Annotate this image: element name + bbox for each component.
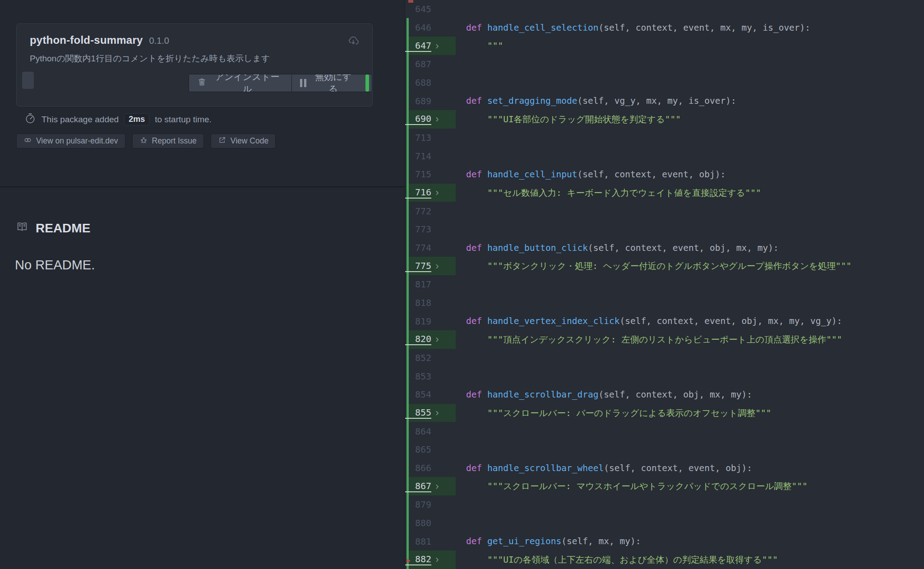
line-number[interactable]: 689 — [405, 96, 431, 106]
line-number[interactable]: 646 — [405, 22, 431, 33]
code-line-text[interactable]: """スクロールバー: マウスホイールやトラックパッドでのスクロール調整""" — [405, 480, 808, 492]
line-number[interactable]: 713 — [405, 132, 431, 143]
code-line-text[interactable]: """セル数値入力: キーボード入力でウェイト値を直接設定する""" — [405, 187, 761, 199]
line-number[interactable]: 819 — [405, 316, 431, 327]
pause-icon — [300, 79, 306, 87]
line-number[interactable]: 855 — [405, 407, 431, 419]
startup-text-suffix: to startup time. — [155, 115, 212, 125]
gutter-cell: 855› — [405, 407, 445, 419]
package-card: python-fold-summary 0.1.0 Pythonの関数内1行目の… — [16, 23, 373, 106]
gutter-cell: 882› — [405, 554, 445, 565]
line-number[interactable]: 817 — [405, 279, 431, 290]
gutter-cell: 713› — [405, 132, 445, 143]
line-number[interactable]: 879 — [405, 499, 431, 510]
gutter-cell: 690› — [405, 113, 445, 125]
code-line-text[interactable]: def set_dragging_mode(self, vg_y, mx, my… — [405, 96, 736, 106]
fold-chevron-icon[interactable]: › — [431, 115, 443, 124]
fold-chevron-icon[interactable]: › — [431, 42, 443, 51]
editor-line-866: 866› def handle_scrollbar_wheel(self, co… — [405, 459, 924, 477]
code-line-text[interactable]: """スクロールバー: バーのドラッグによる表示のオフセット調整""" — [405, 407, 771, 419]
code-editor-pane[interactable]: 645›646› def handle_cell_selection(self,… — [405, 0, 924, 569]
code-line-text[interactable]: def handle_vertex_index_click(self, cont… — [405, 316, 842, 326]
editor-line-772: 772› — [405, 202, 924, 220]
code-line-text[interactable]: """UIの各領域（上下左右の端、および全体）の判定結果を取得する""" — [405, 554, 778, 566]
code-line-text[interactable]: """ボタンクリック・処理: ヘッダー付近のトグルボタンやグループ操作ボタンを処… — [405, 260, 851, 272]
gutter-cell: 689› — [405, 96, 445, 106]
line-number[interactable]: 775 — [405, 260, 431, 272]
view-code-button[interactable]: View Code — [211, 134, 276, 148]
gutter-cell: 819› — [405, 316, 445, 327]
line-number[interactable]: 818 — [405, 297, 431, 308]
editor-line-819: 819› def handle_vertex_index_click(self,… — [405, 312, 924, 330]
line-number[interactable]: 865 — [405, 444, 431, 455]
line-number[interactable]: 882 — [405, 554, 431, 565]
line-number[interactable]: 864 — [405, 426, 431, 437]
line-number[interactable]: 866 — [405, 463, 431, 473]
line-number[interactable]: 852 — [405, 352, 431, 363]
line-number[interactable]: 688 — [405, 77, 431, 88]
stopwatch-icon — [24, 112, 36, 126]
line-number[interactable]: 881 — [405, 536, 431, 547]
gutter-cell: 687› — [405, 59, 445, 69]
line-number[interactable]: 854 — [405, 389, 431, 400]
gutter-cell: 881› — [405, 536, 445, 547]
bug-icon — [139, 136, 148, 147]
editor-line-818: 818› — [405, 294, 924, 312]
fold-chevron-icon[interactable]: › — [431, 335, 443, 344]
line-number[interactable]: 867 — [405, 481, 431, 492]
view-on-pulsar-label: View on pulsar-edit.dev — [36, 136, 118, 146]
line-number[interactable]: 853 — [405, 371, 431, 382]
gutter-cell: 880› — [405, 518, 445, 528]
fold-chevron-icon[interactable]: › — [431, 555, 443, 564]
gutter-cell: 688› — [405, 77, 445, 88]
code-line-text[interactable]: """頂点インデックスクリック: 左側のリストからビューポート上の頂点選択を操作… — [405, 333, 842, 346]
gutter-cell: 645› — [405, 4, 445, 14]
editor-line-867: 867› """スクロールバー: マウスホイールやトラックパッドでのスクロール調… — [405, 477, 924, 495]
uninstall-label: アンインストール — [211, 74, 283, 92]
fold-chevron-icon[interactable]: › — [431, 482, 443, 491]
disable-button[interactable]: 無効にする — [291, 74, 372, 92]
editor-line-852: 852› — [405, 349, 924, 367]
fold-chevron-icon[interactable]: › — [431, 188, 443, 197]
code-line-text[interactable]: def handle_scrollbar_wheel(self, context… — [405, 463, 752, 473]
line-number[interactable]: 774 — [405, 242, 431, 253]
editor-line-855: 855› """スクロールバー: バーのドラッグによる表示のオフセット調整""" — [405, 404, 924, 422]
editor-line-716: 716› """セル数値入力: キーボード入力でウェイト値を直接設定する""" — [405, 184, 924, 202]
gutter-cell: 817› — [405, 279, 445, 290]
code-line-text[interactable]: def handle_scrollbar_drag(self, context,… — [405, 389, 752, 400]
code-line-text[interactable]: """UI各部位のドラッグ開始状態を判定する""" — [405, 113, 681, 125]
editor-line-854: 854› def handle_scrollbar_drag(self, con… — [405, 385, 924, 404]
code-line-text[interactable]: def handle_cell_input(self, context, eve… — [405, 169, 725, 180]
line-number[interactable]: 714 — [405, 151, 431, 162]
editor-line-774: 774› def handle_button_click(self, conte… — [405, 239, 924, 257]
link-icon — [23, 136, 32, 147]
line-number[interactable]: 645 — [405, 4, 431, 14]
code-line-text[interactable]: def handle_button_click(self, context, e… — [405, 243, 779, 253]
line-number[interactable]: 820 — [405, 333, 431, 345]
editor-line-775: 775› """ボタンクリック・処理: ヘッダー付近のトグルボタンやグループ操作… — [405, 257, 924, 275]
gutter-cell: 772› — [405, 206, 445, 217]
line-number[interactable]: 715 — [405, 169, 431, 180]
line-number[interactable]: 772 — [405, 206, 431, 217]
editor-line-688: 688› — [405, 74, 924, 92]
package-thumbnail-placeholder — [22, 72, 34, 89]
gutter-cell: 774› — [405, 242, 445, 253]
report-issue-button[interactable]: Report Issue — [132, 134, 204, 148]
view-on-pulsar-button[interactable]: View on pulsar-edit.dev — [16, 134, 125, 148]
view-code-label: View Code — [231, 136, 268, 146]
code-line-text[interactable]: def handle_cell_selection(self, context,… — [405, 23, 810, 33]
package-settings-panel: python-fold-summary 0.1.0 Pythonの関数内1行目の… — [0, 0, 405, 569]
editor-line-820: 820› """頂点インデックスクリック: 左側のリストからビューポート上の頂点… — [405, 330, 924, 349]
editor-line-817: 817› — [405, 275, 924, 294]
uninstall-button[interactable]: アンインストール — [189, 74, 291, 92]
line-number[interactable]: 773 — [405, 224, 431, 235]
readme-heading-label: README — [36, 221, 90, 236]
fold-chevron-icon[interactable]: › — [431, 408, 443, 417]
line-number[interactable]: 687 — [405, 59, 431, 69]
line-number[interactable]: 716 — [405, 187, 431, 199]
fold-chevron-icon[interactable]: › — [431, 262, 443, 271]
line-number[interactable]: 647 — [405, 40, 431, 52]
line-number[interactable]: 880 — [405, 518, 431, 528]
line-number[interactable]: 690 — [405, 113, 431, 125]
editor-line-881: 881› def get_ui_regions(self, mx, my): — [405, 532, 924, 550]
